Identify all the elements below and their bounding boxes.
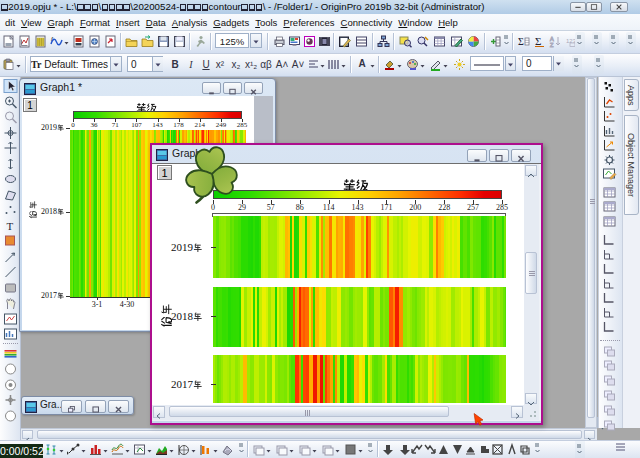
svg-text:Σ: Σ xyxy=(518,36,524,47)
svg-text:T: T xyxy=(7,220,14,232)
svg-text:Σ: Σ xyxy=(535,35,541,47)
svg-text:Z: Z xyxy=(550,42,554,48)
